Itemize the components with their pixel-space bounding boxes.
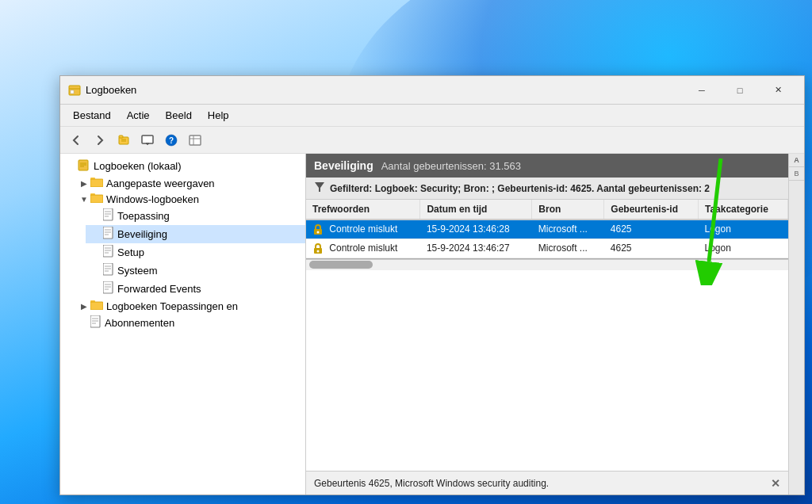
table-area: Trefwoorden Datum en tijd Bron Gebeurten… [306,200,788,471]
help-button[interactable]: ? [160,130,182,151]
pane-header: Beveiliging Aantal gebeurtenissen: 31.56… [306,154,788,178]
table-scroll[interactable]: Trefwoorden Datum en tijd Bron Gebeurten… [306,200,788,259]
cell-categorie-1: Logon [698,220,787,239]
back-button[interactable] [65,130,87,151]
folder-windows-icon [90,193,103,205]
filter-text: Gefilterd: Logboek: Security; Bron: ; Ge… [330,183,710,194]
tree-label-forwarded: Forwarded Events [117,283,201,295]
cell-bron-2: Microsoft ... [532,239,604,258]
monitor-button[interactable] [136,130,159,151]
filter-icon [314,181,325,195]
expand-windows-logs: ▼ [78,193,90,205]
table-row[interactable]: Controle mislukt 15-9-2024 13:46:27 Micr… [306,239,788,258]
doc-abonnementen-icon [90,315,102,330]
view-button[interactable] [184,130,206,151]
tree-label-beveiliging: Beveiliging [117,228,167,240]
horizontal-scrollbar[interactable] [306,259,788,270]
main-window: Logboeken ─ □ ✕ Bestand Actie Beeld Help [59,75,805,495]
tree-item-toepassingen[interactable]: ▶ Logboeken Toepassingen en [73,298,305,314]
cell-categorie-2: Logon [698,239,787,258]
tree-item-root[interactable]: Logboeken (lokaal) [60,157,305,175]
tree-label-windows-logs: Windows-logboeken [106,193,199,205]
scrollbar-thumb[interactable] [309,261,373,269]
col-bron[interactable]: Bron [532,200,604,220]
expand-root [65,160,78,173]
svg-rect-6 [119,136,123,138]
pane-title: Beveiliging [314,159,373,172]
svg-rect-9 [142,136,153,143]
cell-id-2: 4625 [604,239,699,258]
col-id[interactable]: Gebeurtenis-id [604,200,699,220]
title-bar: Logboeken ─ □ ✕ [60,76,804,105]
forward-button[interactable] [89,130,111,151]
window-icon [68,84,81,97]
logbook-icon [78,158,90,174]
expand-toepassingen: ▶ [78,300,90,312]
tree-item-forwarded[interactable]: Forwarded Events [86,280,305,298]
expand-toepassing [90,210,103,223]
menu-help[interactable]: Help [201,108,236,123]
content-area: Logboeken (lokaal) ▶ Aangepaste weergave… [60,154,804,494]
toolbar: ? [60,127,804,154]
expand-custom: ▶ [78,177,90,189]
svg-point-58 [317,250,320,252]
menu-beeld[interactable]: Beeld [159,108,198,123]
cell-trefwoorden-2: Controle mislukt [306,239,420,258]
expand-forwarded [90,283,103,296]
doc-setup-icon [103,245,114,260]
svg-rect-14 [190,136,201,145]
menu-bar: Bestand Actie Beeld Help [60,105,804,127]
action-pane: A B [788,154,804,494]
events-table: Trefwoorden Datum en tijd Bron Gebeurten… [306,200,788,258]
doc-toepassing-icon [103,208,114,223]
up-button[interactable] [113,130,135,151]
folder-toepassingen-icon [90,300,103,312]
action-pane-header: A [789,154,804,167]
action-pane-b: B [789,167,804,181]
folder-custom-icon [90,177,103,189]
cell-bron-1: Microsoft ... [532,220,604,239]
tree-label-custom: Aangepaste weergaven [106,178,215,189]
tree-item-beveiliging[interactable]: Beveiliging [86,225,305,243]
close-button[interactable]: ✕ [760,79,796,101]
maximize-button[interactable]: □ [722,79,758,101]
doc-forwarded-icon [103,281,114,296]
tree-item-systeem[interactable]: Systeem [86,262,305,280]
window-title: Logboeken [86,84,136,96]
svg-marker-54 [315,182,324,192]
tree-item-abonnementen[interactable]: Abonnementen [73,314,305,332]
tree-pane: Logboeken (lokaal) ▶ Aangepaste weergave… [60,154,306,494]
tree-label-toepassingen: Logboeken Toepassingen en [106,300,238,312]
col-trefwoorden[interactable]: Trefwoorden [306,200,420,220]
tree-label-abonnementen: Abonnementen [105,317,174,329]
pane-count: Aantal gebeurtenissen: 31.563 [381,160,521,172]
col-categorie[interactable]: Taakcategorie [698,200,787,220]
col-datum[interactable]: Datum en tijd [420,200,532,220]
status-close-button[interactable]: ✕ [771,477,780,490]
svg-rect-4 [71,90,74,94]
cell-datum-1: 15-9-2024 13:46:28 [420,220,532,239]
tree-item-toepassing[interactable]: Toepassing [86,207,305,225]
tree-item-windows-logs[interactable]: ▼ Windows-logboeken [73,191,305,207]
svg-text:?: ? [169,136,174,145]
tree-label-setup: Setup [117,246,144,258]
menu-actie[interactable]: Actie [121,108,156,123]
menu-bestand[interactable]: Bestand [67,108,117,123]
expand-abonnementen [78,317,90,330]
svg-point-56 [317,231,320,233]
expand-beveiliging [90,228,103,241]
cell-datum-2: 15-9-2024 13:46:27 [420,239,532,258]
cell-id-1: 4625 [604,220,699,239]
tree-item-setup[interactable]: Setup [86,243,305,262]
tree-label-toepassing: Toepassing [117,210,170,222]
table-header-row: Trefwoorden Datum en tijd Bron Gebeurten… [306,200,788,220]
tree-label-systeem: Systeem [117,265,158,277]
tree-item-custom[interactable]: ▶ Aangepaste weergaven [73,175,305,191]
expand-setup [90,246,103,259]
filter-bar: Gefilterd: Logboek: Security; Bron: ; Ge… [306,178,788,200]
table-row[interactable]: Controle mislukt 15-9-2024 13:46:28 Micr… [306,220,788,239]
minimize-button[interactable]: ─ [684,79,720,101]
tree-label-root: Logboeken (lokaal) [94,160,182,172]
right-pane: Beveiliging Aantal gebeurtenissen: 31.56… [306,154,788,494]
cell-trefwoorden-1: Controle mislukt [306,220,420,239]
